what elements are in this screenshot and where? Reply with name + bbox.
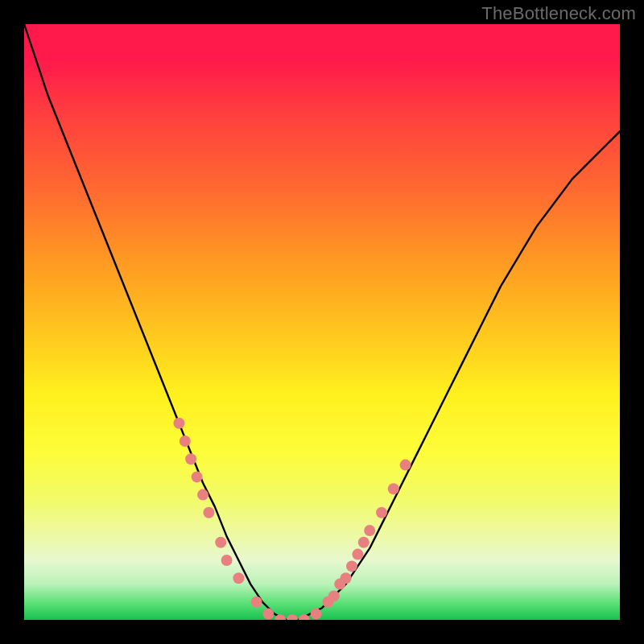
marker-point [185, 453, 196, 464]
marker-point [341, 572, 352, 584]
marker-point [287, 614, 298, 620]
marker-group [173, 418, 411, 620]
marker-point [221, 555, 233, 566]
marker-point [358, 537, 369, 548]
marker-point [364, 525, 375, 536]
marker-point [215, 537, 226, 548]
marker-point [400, 460, 411, 471]
marker-point [376, 507, 387, 518]
bottleneck-curve [24, 24, 620, 620]
marker-point [352, 549, 363, 560]
marker-point [388, 483, 399, 494]
marker-point [251, 597, 262, 608]
watermark-text: TheBottleneck.com [481, 3, 636, 24]
marker-point [197, 489, 208, 501]
marker-point [180, 436, 191, 447]
marker-point [311, 609, 322, 620]
marker-point [233, 572, 244, 584]
marker-point [328, 590, 340, 601]
marker-point [192, 471, 203, 482]
plot-area [24, 24, 620, 620]
marker-point [173, 418, 184, 429]
marker-point [262, 609, 274, 620]
chart-svg [24, 24, 620, 620]
chart-frame: TheBottleneck.com [0, 0, 644, 644]
marker-point [346, 560, 357, 572]
marker-point [203, 507, 214, 518]
